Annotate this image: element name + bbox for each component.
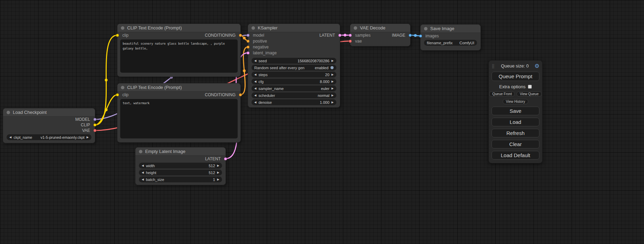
node-collapse-dot[interactable] [354,26,357,30]
queue-prompt-button[interactable]: Queue Prompt [492,72,539,81]
slot-row: latent_image [248,50,340,56]
node-empty-latent-image[interactable]: Empty Latent Image LATENT ◀ width 512 ▶ … [135,147,226,185]
decrement-arrow-icon[interactable]: ◀ [254,73,256,76]
load-default-button[interactable]: Load Default [492,151,539,160]
output-port-latent[interactable] [338,34,342,37]
widget-denoise[interactable]: ◀ denoise 1.000 ▶ [252,99,336,105]
load-button[interactable]: Load [492,118,539,126]
widget-batch-size[interactable]: ◀ batch_size 1 ▶ [139,177,222,182]
increment-arrow-icon[interactable]: ▶ [217,171,219,174]
output-port-image[interactable] [409,34,412,37]
prompt-textarea[interactable]: text, watermark [120,99,238,138]
queue-front-button[interactable]: Queue Front [489,91,515,97]
decrement-arrow-icon[interactable]: ◀ [254,80,256,83]
decrement-arrow-icon[interactable]: ◀ [142,171,144,174]
widget-seed[interactable]: ◀ seed 156680208700286 ▶ [252,58,336,64]
increment-arrow-icon[interactable]: ▶ [87,136,89,139]
widget-cfg[interactable]: ◀ cfg 8.000 ▶ [252,79,336,84]
input-port-clip[interactable] [116,34,119,37]
widget-name: batch_size [146,178,164,182]
settings-gear-icon[interactable]: ⚙ [535,63,539,69]
input-port-vae[interactable] [349,39,352,43]
widget-name: Random seed after every gen [254,66,305,70]
slot-row: model LATENT [248,32,340,38]
node-collapse-dot[interactable] [424,27,427,30]
increment-arrow-icon[interactable]: ▶ [217,164,219,167]
node-collapse-dot[interactable] [139,150,142,153]
node-titlebar[interactable]: CLIP Text Encode (Prompt) [117,24,240,32]
decrement-arrow-icon[interactable]: ◀ [254,94,256,97]
view-queue-button[interactable]: View Queue [517,91,541,97]
node-graph-canvas[interactable]: Load Checkpoint MODEL CLIP VAE ◀ ckpt_na… [0,0,644,244]
output-port-vae[interactable] [94,129,97,132]
input-port-negative[interactable] [247,45,250,48]
increment-arrow-icon[interactable]: ▶ [332,94,334,97]
node-ksampler[interactable]: KSampler model LATENT positive negative … [248,24,340,108]
node-titlebar[interactable]: VAE Decode [350,24,410,32]
widget-scheduler[interactable]: ◀ scheduler normal ▶ [252,92,336,98]
widget-steps[interactable]: ◀ steps 20 ▶ [252,72,336,78]
decrement-arrow-icon[interactable]: ◀ [254,87,256,90]
increment-arrow-icon[interactable]: ▶ [332,80,334,83]
input-port-images[interactable] [419,34,422,37]
input-port-samples[interactable] [349,34,352,37]
increment-arrow-icon[interactable]: ▶ [217,178,219,181]
node-vae-decode[interactable]: VAE Decode samples IMAGE vae [350,24,411,46]
node-clip-text-encode-positive[interactable]: CLIP Text Encode (Prompt) clip CONDITION… [117,24,241,77]
increment-arrow-icon[interactable]: ▶ [332,60,334,62]
view-history-button[interactable]: View History [503,99,528,104]
decrement-arrow-icon[interactable]: ◀ [9,136,11,139]
node-load-checkpoint[interactable]: Load Checkpoint MODEL CLIP VAE ◀ ckpt_na… [3,108,95,143]
node-clip-text-encode-negative[interactable]: CLIP Text Encode (Prompt) clip CONDITION… [117,83,241,143]
node-titlebar[interactable]: Save Image [421,25,480,33]
widget-filename-prefix[interactable]: filename_prefix ComfyUI [424,40,477,46]
decrement-arrow-icon[interactable]: ◀ [254,60,256,62]
node-collapse-dot[interactable] [252,26,255,30]
widget-ckpt-name[interactable]: ◀ ckpt_name v1-5-pruned-emaonly.ckpt ▶ [7,134,91,140]
node-titlebar[interactable]: Load Checkpoint [3,108,95,117]
extra-options-checkbox[interactable] [528,85,532,89]
widget-value: v1-5-pruned-emaonly.ckpt [41,135,85,139]
refresh-button[interactable]: Refresh [492,129,539,137]
widget-name: width [146,164,155,168]
input-label-images: images [425,34,439,38]
widget-height[interactable]: ◀ height 512 ▶ [139,170,222,175]
input-label-positive: positive [253,39,267,44]
widget-width[interactable]: ◀ width 512 ▶ [139,163,222,169]
output-port-latent[interactable] [224,157,227,160]
input-port-model[interactable] [247,34,250,37]
node-collapse-dot[interactable] [121,26,124,30]
history-row: View History [492,98,539,104]
output-slot-row: VAE [3,128,95,133]
drag-handle-icon[interactable]: ⣿ [492,64,495,69]
toggle-enabled-dot[interactable] [330,66,334,69]
decrement-arrow-icon[interactable]: ◀ [142,164,144,167]
node-titlebar[interactable]: KSampler [248,24,340,32]
decrement-arrow-icon[interactable]: ◀ [142,178,144,181]
node-titlebar[interactable]: CLIP Text Encode (Prompt) [117,83,240,92]
increment-arrow-icon[interactable]: ▶ [332,101,334,104]
input-port-positive[interactable] [247,39,250,43]
input-label-samples: samples [355,33,371,38]
output-port-model[interactable] [94,118,97,121]
output-port-conditioning[interactable] [239,34,242,37]
node-body: images filename_prefix ComfyUI [421,33,480,50]
node-collapse-dot[interactable] [7,111,10,114]
node-collapse-dot[interactable] [121,86,124,89]
widget-random-seed-toggle[interactable]: Random seed after every gen enabled [252,65,336,71]
node-save-image[interactable]: Save Image images filename_prefix ComfyU… [420,24,481,51]
node-body: MODEL CLIP VAE ◀ ckpt_name v1-5-pruned-e… [3,117,95,143]
save-button[interactable]: Save [492,107,539,115]
decrement-arrow-icon[interactable]: ◀ [254,101,256,104]
input-port-latent-image[interactable] [247,51,250,54]
widget-sampler-name[interactable]: ◀ sampler_name euler ▶ [252,85,336,91]
node-titlebar[interactable]: Empty Latent Image [135,147,226,156]
input-port-clip[interactable] [116,93,119,96]
increment-arrow-icon[interactable]: ▶ [332,87,334,90]
clear-button[interactable]: Clear [492,140,539,148]
increment-arrow-icon[interactable]: ▶ [332,73,334,76]
output-port-clip[interactable] [94,124,97,127]
prompt-textarea[interactable]: beautiful scenery nature glass bottle la… [120,39,238,73]
slot-row: vae [350,38,410,44]
output-port-conditioning[interactable] [239,93,242,96]
